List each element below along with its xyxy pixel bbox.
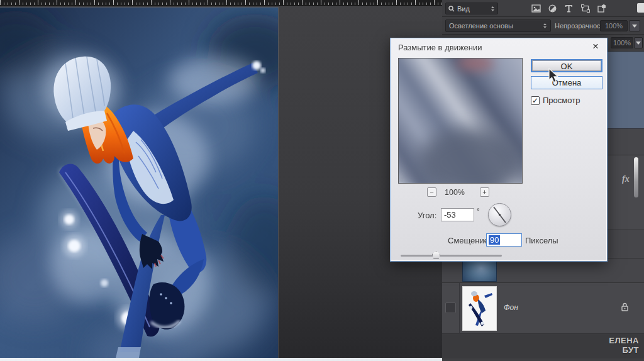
preview-zoom-controls: − 100% + <box>398 187 523 197</box>
ruler-ticks <box>0 0 443 5</box>
watermark-line1: ЕЛЕНА <box>609 336 639 345</box>
zoom-level: 100% <box>445 188 465 197</box>
chevron-down-icon <box>632 25 637 28</box>
kind-select-label: Вид <box>457 5 470 13</box>
angle-dial[interactable] <box>488 203 511 226</box>
arrow-cursor-icon <box>548 68 559 84</box>
watermark: ЕЛЕНА БУТ <box>609 336 639 355</box>
fill-value-field[interactable]: 100% <box>611 37 633 48</box>
zoom-out-button[interactable]: − <box>427 187 436 197</box>
cancel-button[interactable]: Отмена <box>531 76 602 89</box>
blend-mode-select[interactable]: Осветление основы <box>445 19 551 32</box>
search-icon <box>448 6 455 12</box>
blend-mode-value: Осветление основы <box>449 22 513 30</box>
skater-artwork <box>0 8 278 358</box>
photoshop-workspace: Вид <box>0 0 644 361</box>
angle-input[interactable]: -53 <box>441 208 474 221</box>
filter-preview[interactable] <box>398 58 523 184</box>
panel-scrollbar[interactable] <box>634 157 638 197</box>
distance-unit: Пикселы <box>525 236 558 245</box>
distance-slider[interactable] <box>401 251 502 260</box>
zoom-in-button[interactable]: + <box>480 187 489 197</box>
fill-dropdown-button[interactable] <box>634 37 643 48</box>
type-layer-filter-icon[interactable] <box>564 4 574 13</box>
background-layer-row[interactable]: Фон <box>442 283 644 334</box>
panel-corner-chip <box>637 3 644 13</box>
opacity-dropdown-button[interactable] <box>629 20 640 31</box>
adjustment-layer-filter-icon[interactable] <box>548 4 557 13</box>
chevron-down-icon <box>636 42 641 45</box>
distance-label: Смещение: <box>448 236 491 245</box>
fx-badge[interactable]: fx <box>622 174 630 184</box>
mouse-cursor <box>548 68 559 86</box>
layers-filter-bar: Вид <box>442 0 644 17</box>
watermark-line2: БУТ <box>609 345 639 355</box>
close-icon[interactable]: × <box>589 40 602 53</box>
visibility-toggle[interactable] <box>445 303 456 313</box>
motion-blur-dialog: Размытие в движении × − 100% + OK Отмена… <box>390 38 608 262</box>
distance-input[interactable]: 90 <box>486 233 522 247</box>
dropdown-arrows-icon <box>491 6 495 12</box>
dialog-title: Размытие в движении <box>398 43 482 52</box>
layer-row-blur-copy[interactable] <box>442 258 644 283</box>
preview-checkbox[interactable]: ✓ <box>531 96 540 105</box>
visibility-column <box>442 283 460 334</box>
horizontal-ruler <box>0 0 443 6</box>
angle-unit: ° <box>477 207 480 216</box>
background-layer-thumbnail[interactable] <box>462 286 497 331</box>
layer-filter-kind-select[interactable]: Вид <box>445 3 498 14</box>
layer-filter-icons <box>531 3 606 14</box>
document-canvas[interactable] <box>0 8 278 358</box>
blend-mode-bar: Осветление основы Непрозрачность: 100% <box>442 17 644 35</box>
angle-needle-icon <box>489 204 511 226</box>
distance-selected-value: 90 <box>489 235 500 245</box>
smart-object-filter-icon[interactable] <box>597 4 606 13</box>
slider-thumb[interactable] <box>432 251 440 259</box>
pixel-layer-filter-icon[interactable] <box>531 4 541 13</box>
lock-icon <box>621 303 629 313</box>
preview-checkbox-label: Просмотр <box>543 96 580 105</box>
angle-label: Угол: <box>418 211 436 220</box>
mini-skater-thumbnail <box>463 287 496 330</box>
preview-checkbox-row: ✓ Просмотр <box>531 96 580 105</box>
panel-footer: ЕЛЕНА БУТ <box>442 334 644 358</box>
opacity-value-field[interactable]: 100% <box>600 20 628 31</box>
shape-layer-filter-icon[interactable] <box>580 4 590 13</box>
ok-button[interactable]: OK <box>531 59 602 72</box>
dropdown-arrows-icon <box>543 23 547 29</box>
background-layer-name[interactable]: Фон <box>504 303 518 312</box>
slider-track <box>401 255 502 257</box>
